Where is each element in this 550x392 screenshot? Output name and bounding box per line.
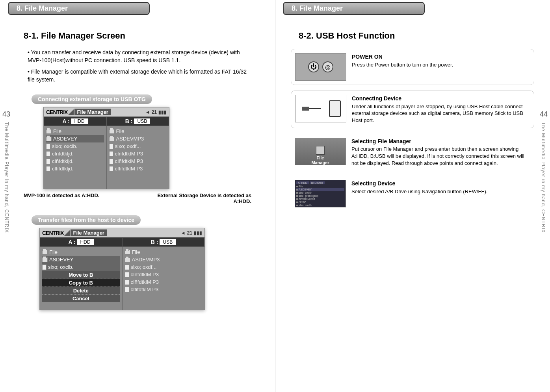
usb-plug-icon xyxy=(302,107,309,111)
step-body: Under all functions of player are stoppe… xyxy=(352,104,523,123)
caption-external: External Storage Device is detected as A… xyxy=(142,192,251,204)
file-icon xyxy=(46,151,50,157)
col-head-b: File xyxy=(125,248,203,256)
drive-a-label: A : xyxy=(62,118,69,124)
col-head-a: File xyxy=(46,128,104,135)
file-icon xyxy=(42,264,46,270)
pill-connecting: Connecting external storage to USB OTG xyxy=(32,94,152,104)
side-label-right: The Multimedia Player in my hand, CENTRI… xyxy=(541,122,546,233)
drive-b-tag: USB xyxy=(134,118,150,124)
step-selecting-device: A: HDDB: Device File ASDEVEY slxo; oxclb… xyxy=(291,176,534,211)
file-icon xyxy=(109,166,113,172)
thumb-minifm: A: HDDB: Device File ASDEVEY slxo; oxclb… xyxy=(295,180,346,207)
list-item[interactable]: ASDEVMP3 xyxy=(109,135,167,142)
list-item[interactable]: cIfifdtkljd. xyxy=(46,165,104,172)
mini-row: slxo; prandigrup xyxy=(296,194,344,197)
list-item[interactable]: slxo; oxclb. xyxy=(42,263,120,271)
menu-cancel[interactable]: Cancel xyxy=(42,294,120,302)
drive-a-label: A : xyxy=(68,239,75,245)
mini-drive-b: B: Device xyxy=(310,181,325,184)
step-power-on: ⏻ ◎ POWER ON Press the Power button to t… xyxy=(291,49,534,85)
drive-b[interactable]: B : USB xyxy=(122,237,204,247)
mini-drive-a: A: HDD xyxy=(296,181,309,184)
file-manager-icon xyxy=(316,146,325,155)
device-icon xyxy=(329,100,341,117)
file-icon xyxy=(109,144,113,149)
file-icon xyxy=(46,144,50,149)
chapter-tab-right: 8. File Manager xyxy=(283,2,425,15)
drive-b-label: B : xyxy=(125,118,133,124)
list-item[interactable]: slxo; oxdf... xyxy=(125,263,203,271)
list-item[interactable]: cIñfdtklM P3 xyxy=(109,157,167,165)
list-item[interactable]: slxo; oxdf... xyxy=(109,142,167,150)
folder-icon xyxy=(109,129,115,134)
caption-mvp100: MVP-100 is detected as A:HDD. xyxy=(24,192,133,204)
power-button-icon: ⏻ xyxy=(308,61,319,72)
list-item[interactable]: cIñfdtkljd. xyxy=(46,150,104,157)
file-icon xyxy=(125,287,129,292)
file-manager-screenshot-1: CENTRIX File Manager ◄ 21 ▮▮▮ A : HDD B … xyxy=(43,107,169,189)
drive-b[interactable]: B : USB xyxy=(106,116,169,126)
list-item[interactable]: ASDEVMP3 xyxy=(125,256,203,263)
fm-col-b: File ASDEVMP3 slxo; oxdf... cIñfdtklM P3… xyxy=(107,126,169,189)
volume-icon: ◄ xyxy=(181,230,186,236)
drive-a[interactable]: A : HDD xyxy=(40,237,122,247)
menu-delete[interactable]: Delete xyxy=(42,287,120,294)
folder-icon xyxy=(42,257,48,262)
triangle-icon xyxy=(68,109,74,115)
battery-icon: ▮▮▮ xyxy=(194,230,202,236)
chapter-tab-left: 8. File Manager xyxy=(8,2,150,15)
list-item[interactable]: slxo; oxclb. xyxy=(46,142,104,150)
step-title: Connecting Device xyxy=(352,95,530,102)
list-item[interactable]: cIñfdtkljd. xyxy=(46,157,104,165)
file-icon xyxy=(125,264,129,270)
folder-icon xyxy=(46,129,52,134)
file-icon xyxy=(125,279,129,285)
drive-a-tag: HDD xyxy=(77,239,94,245)
page-number-right: 44 xyxy=(540,110,548,118)
mini-row: cIfifdtkl xyxy=(296,207,344,207)
menu-move-to-b[interactable]: Move to B xyxy=(42,271,120,279)
menu-copy-to-b[interactable]: Copy to B xyxy=(42,279,120,287)
list-item[interactable]: ASDEVEY xyxy=(42,256,120,263)
mini-row: cIñfdtklM batt xyxy=(296,198,344,200)
folder-icon xyxy=(42,250,48,255)
triangle-icon xyxy=(64,230,70,236)
list-item[interactable]: ASDEVEY xyxy=(46,135,104,142)
drive-a[interactable]: A : HDD xyxy=(44,116,106,126)
thumb-filemgr: File Manager xyxy=(295,138,346,165)
col-head-b: File xyxy=(109,128,167,135)
list-item[interactable]: cIfifdtklM P3 xyxy=(125,286,203,293)
thumb-power: ⏻ ◎ xyxy=(295,53,346,81)
fm-col-a: File ASDEVEY slxo; oxclb. cIñfdtkljd. cI… xyxy=(44,126,107,189)
volume-icon: ◄ xyxy=(145,109,150,115)
file-icon xyxy=(109,151,113,157)
paragraph-1: • You can transfer and receive data by c… xyxy=(28,49,247,64)
step-title: Selecting Device xyxy=(351,180,487,187)
folder-icon xyxy=(125,257,130,262)
centrix-logo: CENTRIX xyxy=(42,230,63,236)
section-title-8-1: 8-1. File Manager Screen xyxy=(24,31,267,41)
mini-row: slxo; oxclb xyxy=(296,204,344,207)
mini-row: cImññ xyxy=(296,201,344,203)
step-body: Put cursor on File Manager and press ent… xyxy=(351,146,524,166)
list-item[interactable]: cIñfdtklM P3 xyxy=(125,271,203,278)
paragraph-2: • File Manager is compatible with extern… xyxy=(28,68,247,83)
drive-a-tag: HDD xyxy=(71,118,88,124)
drive-b-tag: USB xyxy=(160,239,176,245)
drive-b-label: B : xyxy=(151,239,158,245)
list-item[interactable]: cIfifdtklM P3 xyxy=(109,165,167,172)
side-label-left: The Multimedia Player in my hand, CENTRI… xyxy=(4,122,9,233)
fm-app-label: File Manager xyxy=(71,229,106,236)
mini-row: ASDEVEY xyxy=(296,188,344,191)
file-icon xyxy=(46,166,50,172)
folder-icon xyxy=(46,137,52,141)
file-icon xyxy=(46,159,50,164)
thumb-label-file: File xyxy=(317,155,324,160)
step-connecting-device: Connecting Device Under all functions of… xyxy=(291,91,534,128)
list-item[interactable]: cIñfdtklM P3 xyxy=(125,278,203,286)
list-item[interactable]: cIñfdtklM P3 xyxy=(109,150,167,157)
step-title: Selecting File Manager xyxy=(351,138,530,145)
mini-row: File xyxy=(296,185,344,188)
file-manager-screenshot-2: CENTRIX File Manager ◄ 21 ▮▮▮ A : HDD B … xyxy=(39,228,205,310)
